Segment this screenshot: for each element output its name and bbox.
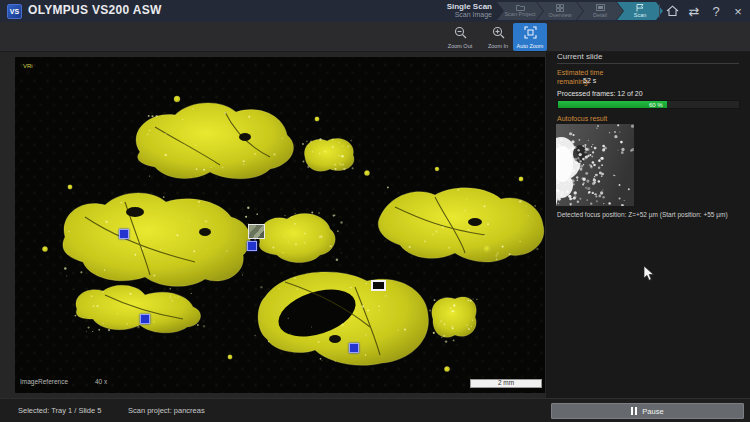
panel-separator [557,63,739,64]
status-bar: Selected: Tray 1 / Slide 5 Scan project:… [0,398,750,422]
current-slide-panel: Current slide Estimated time remaining: … [546,52,750,398]
processed-frames-value: 12 of 20 [617,90,642,97]
progress-fill: 60 % [558,101,667,108]
home-icon[interactable] [664,3,680,19]
zoom-out-icon [454,25,467,43]
step-label: Scan Project [504,12,535,18]
scan-progress-bar: 60 % [557,100,740,109]
progress-percent-label: 60 % [649,102,663,108]
autofocus-result-image [556,124,634,206]
autofocus-caption: Detected focus position: Z=+52 µm (Start… [557,211,728,218]
scan-project-status: Scan project: pancreas [128,406,205,415]
flag-icon [636,4,644,12]
autofocus-result-label: Autofocus result [557,115,607,124]
pause-button-label: Pause [642,407,663,416]
auto-zoom-label: Auto Zoom [517,44,544,50]
step-detail[interactable]: Detail [577,2,623,20]
step-label: Scan [634,13,647,19]
zoom-in-button[interactable]: Zoom In [481,23,515,51]
folder-icon [516,4,525,11]
pause-icon [631,407,637,415]
step-scan-project[interactable]: Scan Project [497,2,543,20]
frame-marker-pending[interactable] [349,343,359,353]
step-label: Overview [549,13,572,19]
magnification-label: 40 x [95,378,107,385]
zoom-out-label: Zoom Out [448,44,472,50]
help-icon[interactable]: ? [708,3,724,19]
scale-bar-label: 2 mm [498,380,514,387]
workflow-steps: Scan Project Overview Detail Scan [497,2,663,20]
step-label: Detail [593,13,607,19]
step-scan[interactable]: Scan [617,2,663,20]
estimated-time-value: 52 s [583,77,596,84]
screen-icon [596,4,605,12]
processed-frames: Processed frames: 12 of 20 [557,90,643,97]
zoom-in-label: Zoom In [488,44,508,50]
viewer-toolbar: Zoom Out Zoom In Auto Zoom [0,22,750,52]
channel-label: VRi [23,63,33,69]
auto-zoom-icon [524,25,537,43]
zoom-out-button[interactable]: Zoom Out [443,23,477,51]
switch-layout-icon[interactable]: ⇄ [686,3,702,19]
step-overview[interactable]: Overview [537,2,583,20]
close-icon[interactable]: × [730,3,746,19]
app-logo-icon: VS [7,4,22,19]
titlebar-separator [659,4,660,18]
frame-marker-pending[interactable] [247,241,257,251]
pause-button[interactable]: Pause [551,403,744,419]
title-bar: VS OLYMPUS VS200 ASW Single Scan Scan Im… [0,0,750,22]
tissue-overview-image [15,57,545,393]
scale-bar: 2 mm [470,379,542,388]
slide-viewer[interactable]: VRi ImageReference 40 x 2 mm [15,57,545,393]
scan-mode-label: Single Scan Scan Image [426,2,492,19]
frame-thumbnail-marker[interactable] [248,224,265,239]
scan-mode-line2: Scan Image [426,11,492,19]
processed-frames-label: Processed frames: [557,90,615,97]
image-reference-label: ImageReference [20,378,68,385]
frame-marker-pending[interactable] [119,229,129,239]
selected-slide-status: Selected: Tray 1 / Slide 5 [18,406,101,415]
zoom-in-icon [492,25,505,43]
app-title: OLYMPUS VS200 ASW [28,3,162,17]
panel-header: Current slide [557,52,602,61]
grid-icon [556,4,564,12]
frame-marker-pending[interactable] [140,314,150,324]
app-window: VS OLYMPUS VS200 ASW Single Scan Scan Im… [0,0,750,422]
auto-zoom-button[interactable]: Auto Zoom [513,23,547,51]
scan-mode-line1: Single Scan [426,2,492,11]
frame-marker-current[interactable] [371,280,386,291]
